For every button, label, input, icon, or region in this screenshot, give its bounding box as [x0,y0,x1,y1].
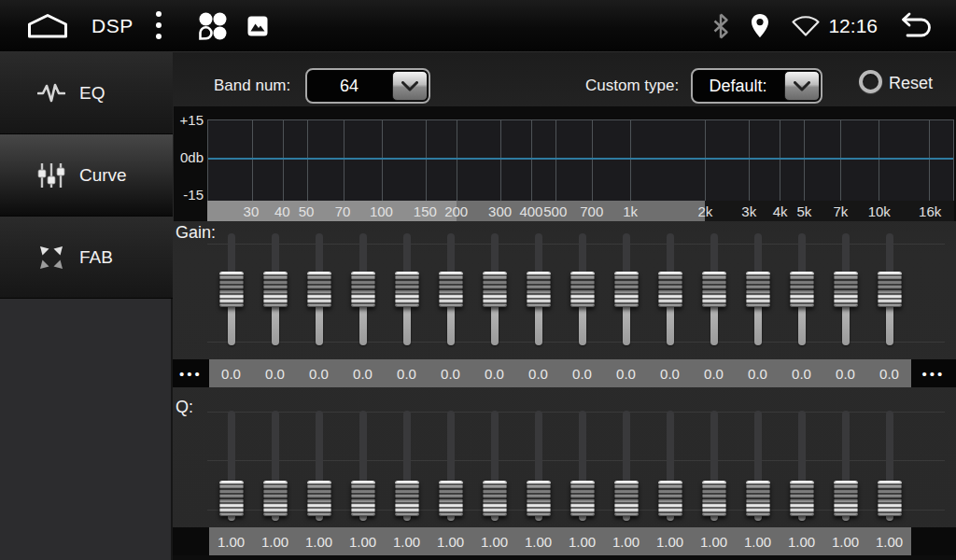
home-icon[interactable] [26,13,69,39]
gain-slider[interactable] [472,231,516,347]
kebab-menu-icon[interactable] [154,10,163,42]
gain-slider[interactable] [780,231,823,347]
q-slider-thumb[interactable] [439,481,463,516]
chevron-down-icon[interactable] [784,71,820,101]
q-slider-thumb[interactable] [746,481,770,516]
q-slider-thumb[interactable] [219,481,244,516]
gain-slider-thumb[interactable] [614,272,639,307]
q-slider[interactable] [648,409,692,523]
q-slider-thumb[interactable] [790,481,814,516]
q-slider-thumb[interactable] [527,481,551,516]
grid-line [344,120,344,201]
q-slider-thumb[interactable] [263,481,288,516]
q-slider[interactable] [604,409,648,523]
gain-slider-thumb[interactable] [527,272,551,307]
q-slider[interactable] [253,409,297,523]
back-icon[interactable] [896,11,937,41]
sidebar-item-eq[interactable]: EQ [0,52,173,134]
gain-slider-thumb[interactable] [746,272,770,307]
freq-tick-label: 150 [414,203,437,219]
q-value: 1.00 [385,527,429,555]
gain-slider-thumb[interactable] [395,272,419,307]
gallery-icon[interactable] [247,16,268,36]
q-slider[interactable] [736,409,780,523]
q-value: 1.00 [867,527,911,555]
gain-slider[interactable] [692,231,736,347]
freq-tick-label: 4k [773,203,788,219]
q-value: 1.00 [429,527,472,555]
gain-slider[interactable] [867,231,911,347]
q-slider-thumb[interactable] [395,481,419,516]
q-slider-thumb[interactable] [878,481,902,516]
q-slider-thumb[interactable] [614,481,639,516]
gain-slider-thumb[interactable] [570,272,595,307]
custom-type-dropdown[interactable]: Default: [691,68,822,104]
gain-slider[interactable] [341,231,385,347]
q-slider[interactable] [516,409,560,523]
q-slider-thumb[interactable] [307,481,331,516]
gain-slider[interactable] [209,231,253,347]
q-slider[interactable] [341,409,385,523]
q-slider[interactable] [209,409,253,523]
q-slider[interactable] [560,409,604,523]
gain-slider-thumb[interactable] [878,272,902,307]
q-value: 1.00 [648,527,692,555]
gain-slider[interactable] [253,231,297,347]
gain-slider[interactable] [429,231,472,347]
sidebar-item-fab[interactable]: FAB [0,217,173,299]
gain-slider-thumb[interactable] [483,272,507,307]
q-slider[interactable] [385,409,429,523]
q-slider[interactable] [692,409,736,523]
gain-slider[interactable] [297,231,341,347]
chevron-down-icon[interactable] [392,71,428,101]
gain-slider[interactable] [736,231,780,347]
freq-tick-label: 70 [335,203,351,219]
gain-slider-thumb[interactable] [702,272,726,307]
gain-slider-thumb[interactable] [263,272,288,307]
q-slider[interactable] [780,409,823,523]
band-num-dropdown[interactable]: 64 [305,68,430,104]
freq-tick-label: 40 [274,203,290,219]
eq-plot[interactable] [207,119,954,201]
q-slider-thumb[interactable] [351,481,375,516]
gain-slider[interactable] [648,231,692,347]
gain-slider[interactable] [516,231,560,347]
gain-slider[interactable] [604,231,648,347]
q-slider-thumb[interactable] [658,481,682,516]
gain-slider-thumb[interactable] [219,272,244,307]
gain-value: 0.0 [780,359,823,387]
sidebar-item-curve[interactable]: Curve [0,134,173,217]
apps-clover-icon[interactable] [193,11,231,41]
q-value: 1.00 [516,527,560,555]
q-slider[interactable] [867,409,911,523]
q-slider[interactable] [297,409,341,523]
q-slider[interactable] [823,409,867,523]
freq-tick-label: 30 [244,203,260,219]
gain-value: 0.0 [648,359,692,387]
gain-slider-thumb[interactable] [351,272,375,307]
gain-slider-thumb[interactable] [307,272,331,307]
q-slider[interactable] [472,409,516,523]
gain-slider[interactable] [385,231,429,347]
gain-value: 0.0 [560,359,604,387]
freq-tick-label: 500 [543,203,567,219]
q-value: 1.00 [560,527,604,555]
gain-slider-thumb[interactable] [658,272,682,307]
grid-line [555,120,556,201]
freq-tick-label: 100 [370,203,393,219]
gain-more-right-button[interactable]: ••• [911,359,956,387]
gain-slider-thumb[interactable] [790,272,814,307]
y-axis-label-zero: 0db [180,149,204,165]
gain-slider-thumb[interactable] [834,272,858,307]
reset-radio[interactable] [859,70,882,93]
gain-slider[interactable] [823,231,867,347]
q-row-left-pad [173,527,209,555]
q-slider-thumb[interactable] [834,481,858,516]
q-slider-thumb[interactable] [702,481,726,516]
q-slider[interactable] [429,409,472,523]
gain-slider[interactable] [560,231,604,347]
gain-slider-thumb[interactable] [439,272,463,307]
q-slider-thumb[interactable] [483,481,507,516]
q-slider-thumb[interactable] [570,481,595,516]
gain-more-left-button[interactable]: ••• [173,359,209,387]
